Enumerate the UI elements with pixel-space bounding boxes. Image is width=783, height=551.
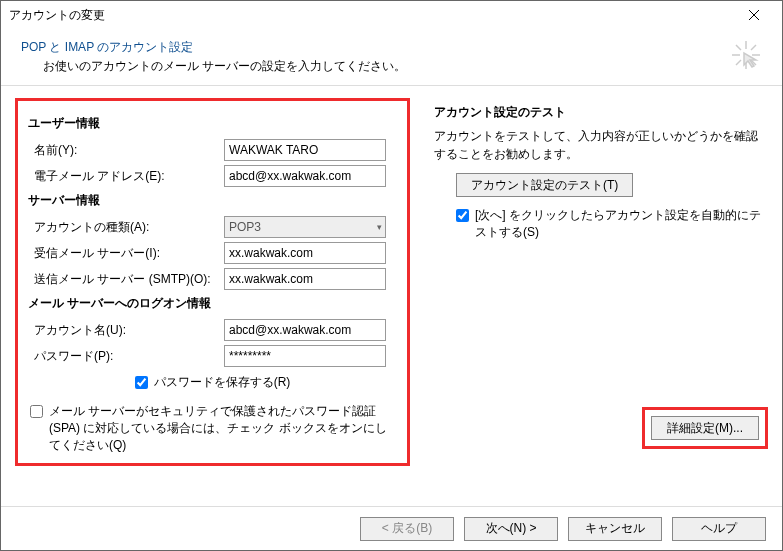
account-type-value [224,216,386,238]
svg-line-8 [751,45,756,50]
label-password: パスワード(P): [28,348,224,365]
advanced-button-highlight: 詳細設定(M)... [642,407,768,449]
svg-line-9 [736,60,741,65]
title-bar: アカウントの変更 [1,1,782,29]
save-password-label: パスワードを保存する(R) [154,374,291,391]
left-panel: ユーザー情報 名前(Y): 電子メール アドレス(E): サーバー情報 アカウン… [15,98,410,466]
account-name-input[interactable] [224,319,386,341]
back-button: < 戻る(B) [360,517,454,541]
test-section-head: アカウント設定のテスト [434,104,768,121]
label-account-name: アカウント名(U): [28,322,224,339]
cancel-button[interactable]: キャンセル [568,517,662,541]
advanced-settings-button[interactable]: 詳細設定(M)... [651,416,759,440]
label-email: 電子メール アドレス(E): [28,168,224,185]
test-settings-button[interactable]: アカウント設定のテスト(T) [456,173,633,197]
section-server-info: サーバー情報 [28,192,397,209]
svg-line-6 [736,45,741,50]
header-title: POP と IMAP のアカウント設定 [21,39,730,56]
label-incoming: 受信メール サーバー(I): [28,245,224,262]
label-account-type: アカウントの種類(A): [28,219,224,236]
spa-label: メール サーバーがセキュリティで保護されたパスワード認証 (SPA) に対応して… [49,403,397,453]
help-button[interactable]: ヘルプ [672,517,766,541]
dialog-window: アカウントの変更 POP と IMAP のアカウント設定 お使いのアカウントのメ… [0,0,783,551]
account-type-select: ▾ [224,216,386,238]
name-input[interactable] [224,139,386,161]
password-input[interactable] [224,345,386,367]
label-outgoing: 送信メール サーバー (SMTP)(O): [28,271,224,288]
close-button[interactable] [734,1,774,29]
section-user-info: ユーザー情報 [28,115,397,132]
cursor-icon [730,39,762,71]
header-subtitle: お使いのアカウントのメール サーバーの設定を入力してください。 [43,58,730,75]
outgoing-server-input[interactable] [224,268,386,290]
incoming-server-input[interactable] [224,242,386,264]
window-title: アカウントの変更 [9,7,734,24]
footer: < 戻る(B) 次へ(N) > キャンセル ヘルプ [1,506,782,550]
label-name: 名前(Y): [28,142,224,159]
spa-checkbox[interactable] [30,405,43,418]
close-icon [749,7,759,23]
email-input[interactable] [224,165,386,187]
auto-test-label: [次へ] をクリックしたらアカウント設定を自動的にテストする(S) [475,207,768,241]
header: POP と IMAP のアカウント設定 お使いのアカウントのメール サーバーの設… [1,29,782,81]
test-description: アカウントをテストして、入力内容が正しいかどうかを確認することをお勧めします。 [434,127,768,163]
auto-test-checkbox[interactable] [456,209,469,222]
next-button[interactable]: 次へ(N) > [464,517,558,541]
save-password-checkbox[interactable] [135,376,148,389]
section-logon-info: メール サーバーへのログオン情報 [28,295,397,312]
